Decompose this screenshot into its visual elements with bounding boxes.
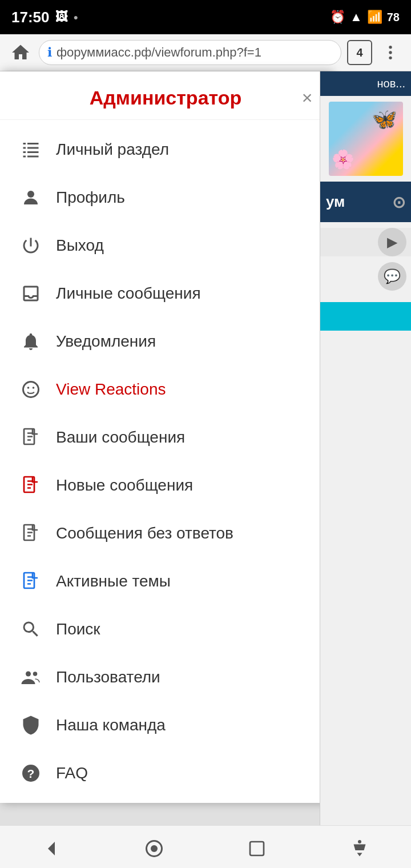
document-blue-icon: [17, 568, 45, 595]
smile-icon: [17, 376, 45, 403]
svg-point-2: [389, 57, 392, 59]
svg-point-0: [389, 46, 392, 49]
bell-icon: [17, 328, 45, 355]
status-bar-right: ⏰ ▲ 📶 78: [330, 10, 400, 25]
menu-label-your-posts: Ваши сообщения: [56, 428, 185, 447]
svg-point-20: [33, 672, 38, 676]
svg-rect-4: [27, 143, 39, 144]
svg-point-13: [27, 387, 30, 389]
drawer-menu: Личный раздел Профиль: [0, 120, 331, 803]
menu-item-faq[interactable]: ? FAQ: [0, 749, 331, 797]
photo-icon: 🖼: [55, 10, 68, 25]
list-icon: [17, 136, 45, 163]
drawer-close-button[interactable]: ×: [295, 85, 320, 110]
user-icon: [17, 184, 45, 211]
clock-icon: ⊙: [392, 193, 405, 212]
background-page: нов... 🦋 🌸 ум ⊙ ▶ 💬: [320, 71, 411, 825]
menu-item-profile[interactable]: Профиль: [0, 174, 331, 222]
home-circle-button[interactable]: [137, 831, 171, 866]
menu-item-search[interactable]: Поиск: [0, 605, 331, 653]
bg-forum-text: ум ⊙: [320, 182, 411, 222]
svg-text:?: ?: [27, 767, 35, 780]
search-icon: [17, 616, 45, 643]
svg-point-11: [27, 191, 34, 198]
menu-label-new-posts: Новые сообщения: [56, 476, 193, 495]
inbox-icon: [17, 280, 45, 307]
menu-item-new-posts[interactable]: Новые сообщения: [0, 461, 331, 509]
svg-rect-26: [250, 842, 264, 855]
document-unanswered-icon: [17, 520, 45, 547]
bg-cyan-button[interactable]: [320, 302, 411, 331]
bottom-nav: [0, 825, 411, 868]
menu-label-view-reactions: View Reactions: [56, 380, 166, 399]
shield-icon: [17, 712, 45, 739]
menu-item-notifications[interactable]: Уведомления: [0, 318, 331, 365]
butterfly-icon: 🦋: [372, 107, 397, 131]
users-icon: [17, 664, 45, 691]
svg-point-1: [389, 51, 392, 54]
menu-item-personal-section[interactable]: Личный раздел: [0, 126, 331, 174]
svg-rect-10: [27, 156, 39, 158]
browser-chrome: ℹ форуммиасс.рф/viewforum.php?f=1 4: [0, 34, 411, 71]
square-button[interactable]: [240, 831, 274, 866]
menu-label-team: Наша команда: [56, 716, 166, 734]
svg-marker-23: [48, 842, 55, 855]
document-icon: [17, 424, 45, 451]
menu-item-unanswered[interactable]: Сообщения без ответов: [0, 509, 331, 557]
svg-point-25: [151, 845, 158, 852]
menu-item-users[interactable]: Пользователи: [0, 653, 331, 701]
document-red-icon: [17, 472, 45, 499]
bg-nav-row: ▶: [320, 228, 411, 256]
menu-label-notifications: Уведомления: [56, 332, 156, 351]
home-button[interactable]: [8, 40, 33, 65]
more-button[interactable]: [378, 40, 403, 65]
url-bar[interactable]: ℹ форуммиасс.рф/viewforum.php?f=1: [39, 40, 341, 65]
menu-label-search: Поиск: [56, 620, 100, 638]
svg-rect-3: [23, 143, 26, 144]
content-wrapper: нов... 🦋 🌸 ум ⊙ ▶ 💬: [0, 71, 411, 825]
status-time: 17:50: [11, 9, 50, 26]
menu-item-your-posts[interactable]: Ваши сообщения: [0, 413, 331, 461]
bg-chat-button[interactable]: 💬: [378, 262, 406, 291]
menu-label-messages: Личные сообщения: [56, 284, 201, 303]
drawer-header: Администратор ×: [0, 71, 331, 120]
drawer-title: Администратор: [37, 87, 295, 109]
content-inner: нов... 🦋 🌸 ум ⊙ ▶ 💬: [0, 71, 411, 825]
drawer-panel: Администратор ×: [0, 71, 331, 803]
menu-item-team[interactable]: Наша команда: [0, 701, 331, 749]
svg-point-14: [33, 387, 35, 389]
status-bar-left: 17:50 🖼 ●: [11, 9, 78, 26]
menu-label-users: Пользователи: [56, 668, 160, 686]
menu-label-faq: FAQ: [56, 764, 88, 782]
bg-arrow-button[interactable]: ▶: [378, 228, 406, 256]
svg-point-12: [23, 382, 39, 397]
battery-text: 78: [387, 11, 400, 24]
accessibility-button[interactable]: [342, 831, 377, 866]
menu-label-personal-section: Личный раздел: [56, 140, 169, 159]
menu-label-active-topics: Активные темы: [56, 572, 171, 590]
signal-icon: 📶: [367, 10, 382, 25]
menu-label-logout: Выход: [56, 236, 104, 255]
tab-count-button[interactable]: 4: [347, 40, 372, 65]
help-icon: ?: [17, 760, 45, 787]
menu-item-view-reactions[interactable]: View Reactions: [0, 365, 331, 413]
alarm-icon: ⏰: [330, 10, 345, 25]
menu-item-messages[interactable]: Личные сообщения: [0, 270, 331, 318]
menu-item-active-topics[interactable]: Активные темы: [0, 557, 331, 605]
back-button[interactable]: [34, 831, 68, 866]
status-bar: 17:50 🖼 ● ⏰ ▲ 📶 78: [0, 0, 411, 34]
menu-item-logout[interactable]: Выход: [0, 222, 331, 270]
wifi-icon: ▲: [350, 10, 362, 25]
flower-icon: 🌸: [332, 148, 354, 170]
dot-indicator: ●: [74, 13, 78, 22]
svg-rect-9: [23, 156, 26, 158]
power-icon: [17, 232, 45, 259]
svg-point-19: [26, 672, 31, 677]
bg-image: 🦋 🌸: [329, 102, 403, 176]
info-icon: ℹ: [47, 45, 52, 60]
svg-rect-6: [27, 147, 39, 149]
menu-label-profile: Профиль: [56, 188, 125, 207]
svg-rect-7: [23, 151, 26, 153]
url-text: форуммиасс.рф/viewforum.php?f=1: [57, 45, 261, 60]
svg-rect-5: [23, 147, 26, 149]
